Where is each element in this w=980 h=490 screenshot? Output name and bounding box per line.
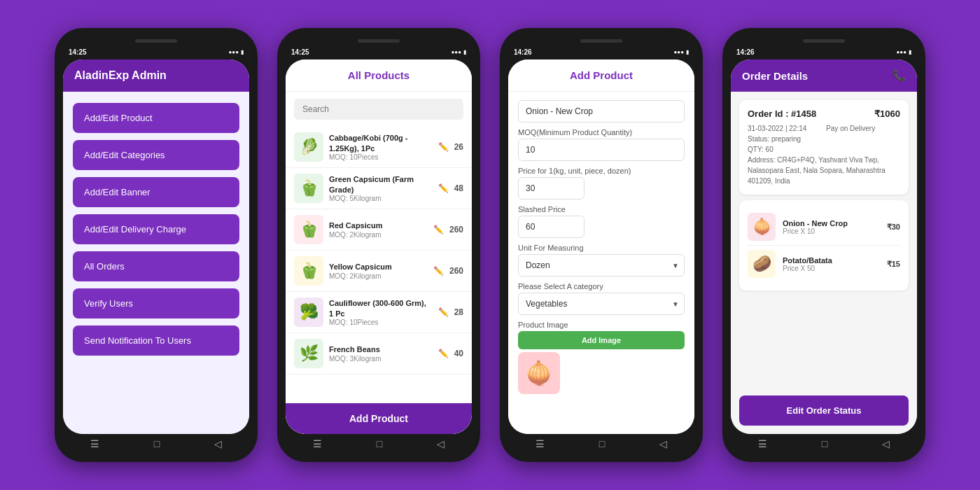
order-status: Status: preparing bbox=[748, 134, 900, 144]
status-icons-2: ●●● ▮ bbox=[451, 49, 467, 55]
slashed-price-group: Slashed Price bbox=[518, 205, 685, 238]
nav-back-icon-3[interactable]: ◁ bbox=[659, 438, 667, 449]
menu-send-notification[interactable]: Send Notification To Users bbox=[73, 326, 239, 356]
product-moq: MOQ: 2Kilogram bbox=[329, 231, 428, 239]
status-bar-1: 14:25 ●●● ▮ bbox=[63, 44, 249, 59]
edit-product-icon[interactable]: ✏️ bbox=[438, 183, 449, 193]
menu-add-edit-banner[interactable]: Add/Edit Banner bbox=[73, 177, 239, 207]
menu-verify-users[interactable]: Verify Users bbox=[73, 288, 239, 318]
product-moq: MOQ: 3Kilogram bbox=[329, 355, 433, 363]
product-name: Yellow Capsicum bbox=[329, 262, 428, 272]
product-count: 28 bbox=[454, 307, 463, 317]
product-thumb: 🥦 bbox=[294, 298, 323, 327]
unit-select-wrapper: Dozen ▼ bbox=[518, 254, 685, 276]
category-select-wrapper: Vegetables ▼ bbox=[518, 293, 685, 315]
product-list-item: 🌿 French Beans MOQ: 3Kilogram ✏️ 40 bbox=[286, 333, 472, 374]
nav-home-icon-4[interactable]: □ bbox=[822, 438, 827, 449]
edit-product-icon[interactable]: ✏️ bbox=[438, 307, 449, 317]
status-icons-4: ●●● ▮ bbox=[897, 49, 912, 55]
nav-back-icon-4[interactable]: ◁ bbox=[882, 438, 890, 449]
order-item-thumb: 🥔 bbox=[748, 250, 776, 278]
nav-menu-icon[interactable]: ☰ bbox=[90, 438, 99, 449]
nav-home-icon[interactable]: □ bbox=[154, 438, 160, 449]
search-input[interactable] bbox=[294, 99, 463, 120]
nav-home-icon-2[interactable]: □ bbox=[377, 438, 382, 449]
order-card-header: Order Id : #1458 ₹1060 bbox=[748, 108, 900, 119]
product-info: Yellow Capsicum MOQ: 2Kilogram bbox=[329, 262, 428, 279]
order-item: 🥔 Potato/Batata Price X 50 ₹15 bbox=[748, 246, 900, 282]
bottom-nav-4: ☰ □ ◁ bbox=[731, 434, 917, 454]
edit-product-icon[interactable]: ✏️ bbox=[438, 142, 449, 152]
menu-all-orders[interactable]: All Orders bbox=[73, 251, 239, 281]
nav-back-icon-2[interactable]: ◁ bbox=[437, 438, 444, 449]
nav-menu-icon-3[interactable]: ☰ bbox=[536, 438, 545, 449]
edit-product-icon[interactable]: ✏️ bbox=[433, 225, 444, 234]
product-count: 26 bbox=[454, 142, 463, 152]
product-name: Cabbage/Kobi (700g - 1.25Kg), 1Pc bbox=[329, 133, 433, 153]
order-address: Address: CR4G+P4Q, Yashvant Viva Twp, Na… bbox=[748, 155, 900, 186]
admin-menu: Add/Edit Product Add/Edit Categories Add… bbox=[63, 92, 249, 434]
products-body: 🥬 Cabbage/Kobi (700g - 1.25Kg), 1Pc MOQ:… bbox=[286, 92, 472, 434]
signal-icon-3: ●●● bbox=[674, 49, 685, 55]
edit-product-icon[interactable]: ✏️ bbox=[438, 349, 449, 358]
slashed-price-input[interactable] bbox=[518, 216, 584, 238]
product-info: French Beans MOQ: 3Kilogram bbox=[329, 344, 433, 362]
product-moq: MOQ: 2Kilogram bbox=[329, 272, 428, 280]
screen-3: Add Product MOQ(Minimum Product Quantity… bbox=[508, 59, 694, 434]
product-image-group: Product Image Add Image 🧅 bbox=[518, 321, 685, 394]
product-name-input[interactable] bbox=[518, 100, 685, 122]
order-body: Order Id : #1458 ₹1060 31-03-2022 | 22:1… bbox=[731, 92, 917, 434]
order-item-qty: Price X 50 bbox=[783, 265, 880, 272]
order-items-card: 🧅 Onion - New Crop Price X 10 ₹30 🥔 Pota… bbox=[739, 200, 909, 290]
category-select[interactable]: Vegetables bbox=[518, 293, 685, 315]
product-count: 40 bbox=[454, 349, 463, 358]
screen-4: Order Details 📞 Order Id : #1458 ₹1060 3… bbox=[731, 59, 917, 434]
admin-title: AladinExp Admin bbox=[74, 69, 167, 81]
product-image-preview: 🧅 bbox=[518, 352, 560, 394]
menu-add-edit-categories[interactable]: Add/Edit Categories bbox=[73, 140, 239, 170]
menu-add-edit-delivery[interactable]: Add/Edit Delivery Charge bbox=[73, 214, 239, 244]
nav-menu-icon-4[interactable]: ☰ bbox=[758, 438, 767, 449]
product-thumb: 🫑 bbox=[294, 215, 323, 244]
order-item: 🧅 Onion - New Crop Price X 10 ₹30 bbox=[748, 209, 900, 246]
products-title: All Products bbox=[348, 69, 410, 81]
status-icons-3: ●●● ▮ bbox=[674, 49, 690, 55]
edit-order-status-button[interactable]: Edit Order Status bbox=[739, 396, 909, 426]
unit-select[interactable]: Dozen bbox=[518, 254, 685, 276]
price-input[interactable] bbox=[518, 177, 584, 200]
product-list-item: 🥦 Cauliflower (300-600 Grm), 1 Pc MOQ: 1… bbox=[286, 292, 472, 333]
add-image-button[interactable]: Add Image bbox=[518, 331, 685, 349]
products-header: All Products bbox=[286, 59, 472, 92]
product-thumb: 🫑 bbox=[294, 256, 323, 286]
status-bar-2: 14:25 ●●● ▮ bbox=[286, 44, 472, 59]
product-name-group bbox=[518, 100, 685, 122]
signal-icon: ●●● bbox=[229, 49, 239, 55]
product-thumb: 🥬 bbox=[294, 132, 323, 162]
status-bar-3: 14:26 ●●● ▮ bbox=[508, 44, 694, 59]
status-bar-4: 14:26 ●●● ▮ bbox=[731, 44, 917, 59]
moq-input[interactable] bbox=[518, 139, 685, 161]
battery-icon-3: ▮ bbox=[686, 49, 689, 55]
nav-back-icon[interactable]: ◁ bbox=[214, 438, 222, 449]
product-name: French Beans bbox=[329, 344, 433, 354]
nav-home-icon-3[interactable]: □ bbox=[599, 438, 605, 449]
product-emoji: 🧅 bbox=[525, 360, 553, 386]
add-product-button[interactable]: Add Product bbox=[286, 403, 472, 434]
phone-icon[interactable]: 📞 bbox=[892, 69, 906, 82]
order-item-thumb: 🧅 bbox=[748, 213, 776, 241]
order-item-name: Onion - New Crop bbox=[783, 219, 880, 227]
screen-2: All Products 🥬 Cabbage/Kobi (700g - 1.25… bbox=[286, 59, 472, 434]
unit-group: Unit For Measuring Dozen ▼ bbox=[518, 244, 685, 276]
edit-product-icon[interactable]: ✏️ bbox=[433, 266, 444, 276]
product-name: Red Capsicum bbox=[329, 220, 428, 230]
order-total-price: ₹1060 bbox=[874, 108, 900, 119]
product-count: 260 bbox=[449, 225, 463, 234]
battery-icon: ▮ bbox=[241, 49, 244, 55]
time-3: 14:26 bbox=[514, 48, 532, 56]
product-info: Cauliflower (300-600 Grm), 1 Pc MOQ: 10P… bbox=[329, 298, 433, 326]
price-label: Price for 1(kg, unit, piece, dozen) bbox=[518, 167, 685, 175]
menu-add-edit-product[interactable]: Add/Edit Product bbox=[73, 103, 239, 133]
order-summary-card: Order Id : #1458 ₹1060 31-03-2022 | 22:1… bbox=[739, 100, 909, 195]
product-list-item: 🫑 Yellow Capsicum MOQ: 2Kilogram ✏️ 260 bbox=[286, 251, 472, 292]
nav-menu-icon-2[interactable]: ☰ bbox=[313, 438, 322, 449]
